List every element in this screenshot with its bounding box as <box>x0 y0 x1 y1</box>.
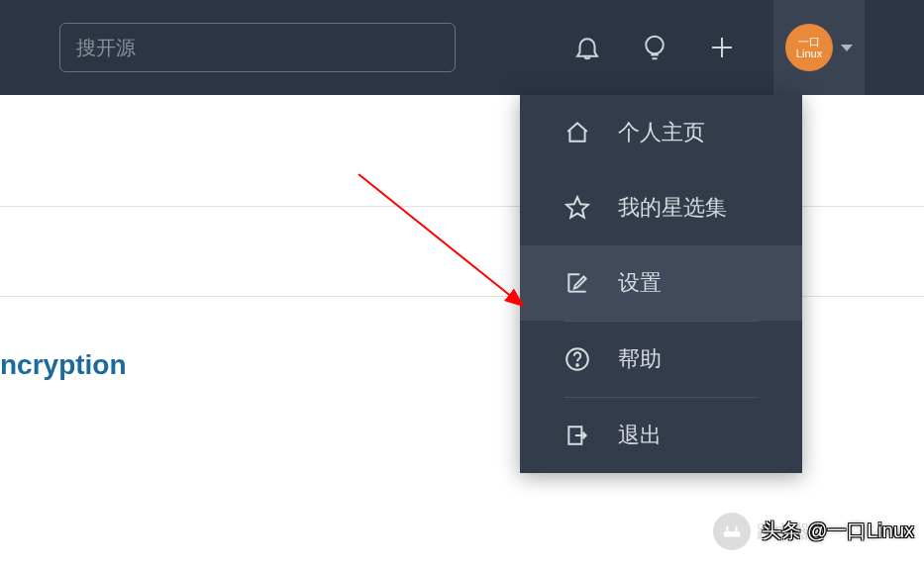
menu-item-label: 我的星选集 <box>618 193 727 223</box>
menu-item-label: 退出 <box>618 421 662 450</box>
user-menu-trigger[interactable]: 一口 Linux <box>773 0 865 95</box>
avatar-text-2: Linux <box>796 48 822 59</box>
chevron-down-icon <box>841 45 853 51</box>
encryption-link[interactable]: ncryption <box>0 349 127 381</box>
plus-icon[interactable] <box>706 32 738 63</box>
top-navigation-bar: 一口 Linux <box>0 0 924 95</box>
logout-icon <box>565 423 590 448</box>
menu-item-label: 个人主页 <box>618 118 705 147</box>
user-dropdown-menu: 个人主页 我的星选集 设置 <box>520 95 802 473</box>
menu-item-stars[interactable]: 我的星选集 <box>520 170 802 245</box>
bell-icon[interactable] <box>571 32 603 63</box>
avatar: 一口 Linux <box>785 24 833 71</box>
menu-item-label: 帮助 <box>618 344 662 374</box>
lightbulb-icon[interactable] <box>639 32 670 63</box>
star-icon <box>565 195 590 221</box>
svg-point-2 <box>576 364 578 366</box>
svg-line-4 <box>359 174 523 306</box>
topbar-actions: 一口 Linux <box>571 0 865 95</box>
annotation-arrow <box>357 172 535 316</box>
menu-item-profile[interactable]: 个人主页 <box>520 95 802 170</box>
menu-item-label: 设置 <box>618 268 662 298</box>
svg-rect-5 <box>724 531 741 537</box>
avatar-text-1: 一口 <box>798 36 820 48</box>
help-icon <box>565 346 590 372</box>
page-content: ncryption 个人主页 我的星选集 <box>0 95 924 572</box>
watermark-attribution: 头条 @一口Linux <box>762 518 914 544</box>
menu-item-logout[interactable]: 退出 <box>520 398 802 473</box>
home-icon <box>565 120 590 145</box>
search-input[interactable] <box>59 23 456 72</box>
edit-icon <box>565 270 590 296</box>
menu-item-settings[interactable]: 设置 <box>520 245 802 321</box>
svg-point-0 <box>646 37 664 54</box>
menu-item-help[interactable]: 帮助 <box>520 322 802 397</box>
router-icon <box>713 513 751 550</box>
